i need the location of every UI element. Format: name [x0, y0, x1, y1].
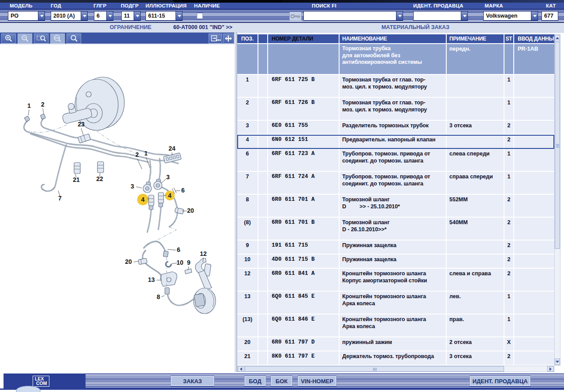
- cell-flag: [258, 218, 268, 240]
- scroll-right-button[interactable]: [547, 366, 554, 372]
- table-header-row: ПОЗ.НОМЕР ДЕТАЛИНАИМЕНОВАНИЕПРИМЕЧАНИЕST…: [237, 34, 554, 44]
- column-header-ВВОД ДАННЫХ[interactable]: ВВОД ДАННЫХ: [514, 34, 554, 44]
- callout-label-6[interactable]: 6: [177, 246, 180, 253]
- chevron-down-icon[interactable]: [176, 11, 182, 20]
- cell-partnumber: 6RF 611 726 B: [268, 98, 340, 121]
- table-row[interactable]: 206R0 611 797 Dпружинный зажим2 отсекаX: [237, 337, 554, 351]
- callout-label-9[interactable]: 9: [187, 259, 190, 266]
- callout-label-23[interactable]: 23: [78, 121, 85, 128]
- dealer-id-select[interactable]: [413, 11, 468, 21]
- table-row[interactable]: 126R0 611 841 AКронштейн тормозного шлан…: [237, 269, 554, 292]
- vertical-scroll-thumb[interactable]: [555, 42, 560, 249]
- table-row[interactable]: 136Q0 611 845 EКронштейн тормозного шлан…: [237, 292, 554, 314]
- table-row[interactable]: 46N0 612 151Предварительн. напорный клап…: [237, 135, 554, 149]
- table-row[interactable]: 16RF 611 725 BТормозная трубка от глав. …: [237, 75, 554, 98]
- column-header-НОМЕР ДЕТАЛИ[interactable]: НОМЕР ДЕТАЛИ: [268, 34, 340, 44]
- callout-label-24[interactable]: 24: [168, 145, 176, 152]
- callout-label-20[interactable]: 20: [187, 207, 194, 214]
- zoom-100-button[interactable]: 100%: [50, 33, 65, 44]
- table-row[interactable]: 9191 611 715Пружинная защелка2: [237, 240, 554, 255]
- split-panes-button[interactable]: [223, 33, 234, 44]
- table-row[interactable]: 104D0 611 715 BПружинная защелка2: [237, 255, 554, 269]
- callout-label-6[interactable]: 6: [181, 187, 185, 194]
- table-horizontal-scrollbar[interactable]: [237, 366, 554, 372]
- callout-label-22[interactable]: 22: [96, 175, 103, 182]
- cell-flag: [258, 292, 268, 314]
- horizontal-scroll-thumb[interactable]: [245, 366, 504, 372]
- callout-label-1[interactable]: 1: [27, 102, 31, 109]
- column-header-ПРИМЕЧАНИЕ[interactable]: ПРИМЕЧАНИЕ: [447, 34, 504, 44]
- table-row[interactable]: (13)6Q0 611 846 EКронштейн тормозного шл…: [237, 314, 554, 337]
- vin-number-button[interactable]: VIN-НОМЕР: [298, 376, 336, 386]
- scroll-down-button[interactable]: [555, 359, 560, 365]
- cell-qty: 1: [504, 314, 514, 337]
- table-row[interactable]: 218K0 611 797 EДержатель тормоз. трубопр…: [237, 351, 554, 366]
- callout-label-2[interactable]: 2: [41, 101, 45, 108]
- thumbnails-panel-button[interactable]: [209, 33, 222, 44]
- table-row[interactable]: 66RF 611 723 AТрубопров. тормозн. привод…: [237, 149, 554, 172]
- zoom-out-button[interactable]: [18, 33, 32, 44]
- cell-name: Разделитель тормозных трубок: [340, 121, 447, 135]
- table-group-row[interactable]: Тормозная трубкадля автомобилей безантиб…: [237, 44, 554, 75]
- brand-select[interactable]: Volkswagen: [483, 11, 538, 21]
- callout-label-4[interactable]: 4: [168, 192, 172, 199]
- callout-label-21[interactable]: 21: [73, 176, 80, 183]
- scroll-left-button[interactable]: [238, 366, 244, 372]
- column-header-flag[interactable]: [258, 34, 268, 44]
- table-row[interactable]: 36E0 611 755Разделитель тормозных трубок…: [237, 121, 554, 135]
- column-header-ПОЗ.[interactable]: ПОЗ.: [237, 34, 258, 44]
- availability-checkbox[interactable]: [197, 13, 203, 19]
- cell-note: [447, 135, 504, 149]
- bok-button[interactable]: БОК: [271, 376, 292, 386]
- model-select[interactable]: PO: [8, 11, 45, 21]
- callout-label-13[interactable]: 13: [148, 276, 155, 283]
- main-group-select[interactable]: 6: [94, 11, 113, 21]
- table-row[interactable]: 26RF 611 726 BТормозная трубка от глав. …: [237, 98, 554, 121]
- fi-key-button[interactable]: [289, 11, 302, 21]
- callout-label-20[interactable]: 20: [125, 258, 132, 265]
- dealer-id-button[interactable]: ИДЕНТ. ПРОДАВЦА: [470, 376, 530, 386]
- callout-label-7[interactable]: 7: [58, 195, 62, 202]
- order-button[interactable]: ЗАКАЗ: [171, 376, 214, 386]
- table-row[interactable]: 76RF 611 724 AТрубопров. тормозн. привод…: [237, 172, 554, 195]
- callout-label-2[interactable]: 2: [135, 151, 139, 158]
- cell-pos: 20: [237, 337, 258, 351]
- pane-splitter[interactable]: [234, 33, 237, 372]
- sub-group-select[interactable]: 11: [121, 11, 141, 21]
- illustration-select[interactable]: 611-15: [146, 11, 183, 21]
- catalog-field[interactable]: 677: [542, 11, 558, 21]
- cell-pos: 2: [237, 98, 258, 121]
- callout-label-12[interactable]: 12: [200, 250, 207, 257]
- callout-label-4[interactable]: 4: [141, 196, 145, 203]
- chevron-down-icon[interactable]: [531, 11, 538, 20]
- column-header-НАИМЕНОВАНИЕ[interactable]: НАИМЕНОВАНИЕ: [340, 34, 447, 44]
- scroll-up-button[interactable]: [555, 35, 560, 41]
- year-select[interactable]: 2010 (A): [51, 11, 88, 21]
- illustration-pane[interactable]: 1223212421223344620762010912138: [0, 44, 234, 372]
- model-label: МОДЕЛЬ: [10, 3, 33, 8]
- bod-button[interactable]: БОД: [245, 376, 265, 386]
- zoom-area-button[interactable]: [34, 33, 49, 44]
- main-group-label: ГЛГР: [93, 3, 106, 8]
- cell-qty: 2: [504, 269, 514, 292]
- chevron-down-icon[interactable]: [461, 11, 467, 20]
- chevron-down-icon[interactable]: [134, 11, 140, 20]
- table-row[interactable]: 86R0 611 701 AТормозной шлангD >> - 25.1…: [237, 195, 554, 218]
- chevron-down-icon[interactable]: [106, 11, 113, 20]
- fi-search-input[interactable]: [303, 11, 403, 21]
- callout-label-10[interactable]: 10: [176, 259, 183, 266]
- chevron-down-icon[interactable]: [81, 11, 87, 20]
- chevron-down-icon[interactable]: [38, 11, 45, 20]
- zoom-in-button[interactable]: [1, 33, 16, 44]
- callout-label-8[interactable]: 8: [157, 293, 160, 300]
- callout-label-3[interactable]: 3: [166, 174, 170, 181]
- table-vertical-scrollbar[interactable]: [554, 34, 560, 366]
- chevron-down-icon[interactable]: [396, 11, 403, 20]
- column-header-ST[interactable]: ST: [504, 34, 514, 44]
- control-bar: PO 2010 (A) 6 11 611-15: [0, 9, 564, 23]
- callout-label-3[interactable]: 3: [131, 183, 134, 190]
- callout-label-1[interactable]: 1: [144, 150, 148, 157]
- model-restriction-code: 60-AT000 001 "IND" >>: [173, 24, 232, 30]
- table-row[interactable]: (8)6R0 611 701 BТормозной шлангD - 26.10…: [237, 218, 554, 240]
- search-button[interactable]: [67, 33, 81, 44]
